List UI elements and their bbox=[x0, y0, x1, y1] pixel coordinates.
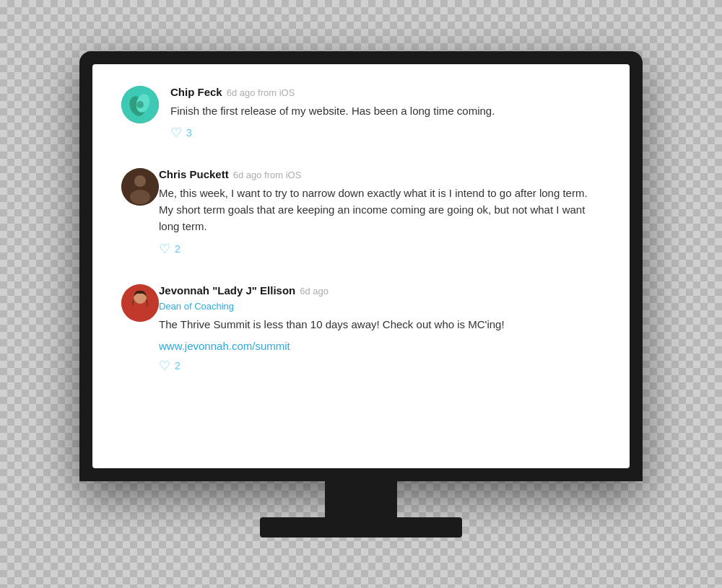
heart-icon: ♡ bbox=[159, 242, 170, 255]
like-count: 2 bbox=[175, 243, 180, 255]
heart-icon: ♡ bbox=[159, 359, 170, 372]
monitor-foot bbox=[260, 517, 462, 537]
post-item: Chris Puckett 6d ago from iOS Me, this w… bbox=[121, 168, 601, 261]
post-content: Chris Puckett 6d ago from iOS Me, this w… bbox=[159, 168, 601, 255]
screen: Chip Feck 6d ago from iOS Finish the fir… bbox=[92, 64, 630, 468]
post-header: Chip Feck 6d ago from iOS bbox=[170, 86, 601, 98]
post-header: Jevonnah "Lady J" Ellison 6d ago bbox=[159, 284, 601, 297]
post-header: Chris Puckett 6d ago from iOS bbox=[159, 168, 601, 180]
like-count: 2 bbox=[175, 360, 180, 372]
avatar bbox=[121, 168, 159, 206]
post-meta: 6d ago from iOS bbox=[233, 170, 302, 180]
post-link[interactable]: www.jevonnah.com/summit bbox=[159, 340, 601, 352]
author-name: Chris Puckett bbox=[159, 168, 229, 180]
monitor-body: Chip Feck 6d ago from iOS Finish the fir… bbox=[79, 51, 643, 481]
like-row[interactable]: ♡ 2 bbox=[159, 242, 601, 255]
heart-icon: ♡ bbox=[170, 126, 182, 139]
like-row[interactable]: ♡ 2 bbox=[159, 359, 601, 372]
avatar bbox=[121, 86, 159, 123]
post-text: Me, this week, I want to try to narrow d… bbox=[159, 185, 601, 235]
avatar bbox=[121, 284, 159, 322]
like-row[interactable]: ♡ 3 bbox=[170, 126, 601, 139]
post-meta: 6d ago from iOS bbox=[227, 87, 295, 98]
monitor: Chip Feck 6d ago from iOS Finish the fir… bbox=[79, 51, 643, 537]
monitor-neck bbox=[325, 481, 397, 517]
svg-point-5 bbox=[134, 175, 146, 187]
like-count: 3 bbox=[186, 127, 192, 139]
svg-point-9 bbox=[131, 307, 149, 320]
author-name: Chip Feck bbox=[170, 86, 222, 98]
post-meta: 6d ago bbox=[300, 286, 329, 297]
author-name: Jevonnah "Lady J" Ellison bbox=[159, 284, 295, 297]
post-item: Chip Feck 6d ago from iOS Finish the fir… bbox=[121, 86, 601, 145]
post-content: Chip Feck 6d ago from iOS Finish the fir… bbox=[170, 86, 601, 139]
author-role: Dean of Coaching bbox=[159, 301, 601, 312]
post-text: Finish the first release of my website. … bbox=[170, 102, 601, 119]
svg-point-6 bbox=[130, 190, 150, 204]
svg-point-3 bbox=[136, 101, 144, 108]
post-content: Jevonnah "Lady J" Ellison 6d ago Dean of… bbox=[159, 284, 601, 372]
post-item: Jevonnah "Lady J" Ellison 6d ago Dean of… bbox=[121, 284, 601, 378]
post-text: The Thrive Summit is less than 10 days a… bbox=[159, 316, 601, 333]
